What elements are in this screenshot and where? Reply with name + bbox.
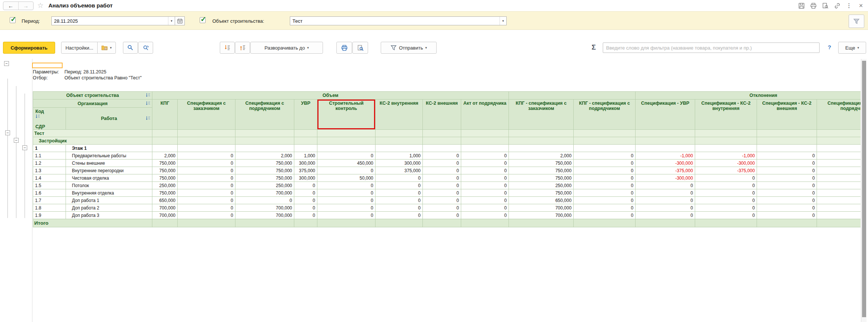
report-variants-button[interactable]: ▾ (97, 42, 116, 54)
cell[interactable] (817, 189, 861, 197)
sort-icon[interactable] (146, 93, 151, 98)
cell[interactable]: 0 (178, 204, 235, 212)
cell[interactable] (757, 145, 817, 152)
cell[interactable]: 0 (317, 197, 376, 204)
cell[interactable]: 0 (178, 212, 235, 219)
settings-button[interactable]: Настройки... (61, 42, 98, 54)
cell[interactable]: 0 (461, 204, 509, 212)
calendar-button[interactable] (175, 16, 185, 25)
column-header[interactable]: Спецификация с подрядчиком (235, 100, 294, 130)
cell[interactable]: 0 (178, 160, 235, 167)
cell[interactable]: 1,000 (294, 152, 317, 160)
cell[interactable]: 0 (636, 212, 695, 219)
period-dropdown-icon[interactable]: ▾ (168, 17, 175, 25)
cell[interactable]: Застройщик (33, 137, 152, 145)
cell[interactable] (695, 219, 757, 227)
cell[interactable] (235, 137, 294, 145)
cell[interactable]: 0 (636, 189, 695, 197)
cell[interactable] (757, 137, 817, 145)
cell[interactable]: 0 (757, 174, 817, 182)
cell[interactable]: 750,000 (235, 167, 294, 174)
cell[interactable]: 0 (695, 204, 757, 212)
column-header[interactable]: КС-2 внешняя (423, 100, 461, 130)
cell[interactable]: 2,000 (235, 152, 294, 160)
save-icon[interactable] (798, 2, 805, 9)
expand-rows-button[interactable] (235, 42, 250, 54)
cell[interactable]: 0 (757, 167, 817, 174)
cell[interactable] (509, 130, 574, 137)
cell[interactable] (461, 137, 509, 145)
cell[interactable]: Итого (33, 219, 152, 227)
cell[interactable] (235, 130, 294, 137)
cell[interactable] (423, 137, 461, 145)
cell[interactable]: 0 (235, 197, 294, 204)
cell[interactable]: Тест (33, 130, 152, 137)
cell[interactable]: 1.5 (33, 182, 66, 189)
cell[interactable]: -300,000 (695, 160, 757, 167)
cell[interactable]: 0 (423, 182, 461, 189)
cell[interactable] (294, 130, 317, 137)
cell[interactable]: 0 (376, 212, 423, 219)
cell[interactable] (376, 145, 423, 152)
cell[interactable]: 0 (376, 174, 423, 182)
cell[interactable]: 650,000 (509, 197, 574, 204)
sort-icon[interactable] (35, 114, 65, 119)
cell[interactable]: 0 (574, 189, 636, 197)
cell[interactable] (817, 167, 861, 174)
period-checkbox[interactable]: ✓ (10, 17, 16, 23)
cell[interactable]: 0 (376, 189, 423, 197)
cell[interactable]: 0 (178, 182, 235, 189)
cell[interactable] (461, 219, 509, 227)
print-button[interactable] (336, 42, 352, 54)
cell[interactable]: 650,000 (152, 197, 178, 204)
collapse-all-box-icon[interactable]: − (4, 61, 9, 66)
sort-icon[interactable] (146, 101, 151, 106)
cell[interactable]: 750,000 (152, 189, 178, 197)
cell[interactable]: 0 (294, 182, 317, 189)
cell[interactable]: Этаж 1 (66, 145, 152, 152)
cell[interactable] (817, 197, 861, 204)
cell[interactable]: 0 (574, 204, 636, 212)
cell[interactable] (509, 145, 574, 152)
cell[interactable]: -300,000 (636, 174, 695, 182)
header-deviation-group[interactable]: Отклонения (636, 92, 861, 100)
cell[interactable] (178, 137, 235, 145)
vertical-scrollbar[interactable] (861, 59, 867, 322)
header-org[interactable]: Организация (33, 100, 152, 108)
cell[interactable]: 0 (423, 212, 461, 219)
cell[interactable]: 0 (423, 197, 461, 204)
back-button[interactable]: ← (3, 2, 18, 10)
filter-value[interactable]: Объект строительства Равно "Тест" (64, 75, 142, 81)
cell[interactable] (817, 219, 861, 227)
cell[interactable]: 300,000 (376, 160, 423, 167)
cell[interactable]: 750,000 (235, 174, 294, 182)
cell[interactable]: 0 (757, 160, 817, 167)
cell[interactable]: 0 (636, 182, 695, 189)
cell[interactable]: Внутренняя отделка (66, 189, 152, 197)
cell[interactable]: 0 (574, 212, 636, 219)
cell[interactable]: 0 (376, 182, 423, 189)
cell[interactable] (636, 130, 695, 137)
cell[interactable] (152, 137, 178, 145)
cell[interactable]: 0 (636, 204, 695, 212)
column-header[interactable]: Акт от подрядчика (461, 100, 509, 130)
cell[interactable] (509, 219, 574, 227)
cell[interactable]: 0 (317, 152, 376, 160)
cell[interactable]: -375,000 (695, 167, 757, 174)
cell[interactable]: 1,000 (376, 152, 423, 160)
more-menu-icon[interactable]: ⋮ (846, 2, 852, 9)
cell[interactable]: 700,000 (152, 204, 178, 212)
cell[interactable] (178, 219, 235, 227)
cell[interactable] (636, 137, 695, 145)
cell[interactable]: 0 (461, 189, 509, 197)
cell[interactable] (376, 219, 423, 227)
column-header[interactable]: УВР (294, 100, 317, 130)
link-icon[interactable] (834, 2, 840, 9)
object-dropdown-icon[interactable]: ▾ (500, 17, 506, 25)
column-header[interactable]: КС-2 внутренняя (376, 100, 423, 130)
cell[interactable]: 700,000 (152, 212, 178, 219)
search-button[interactable] (123, 42, 138, 54)
cell[interactable] (376, 137, 423, 145)
cell[interactable] (695, 137, 757, 145)
cell[interactable]: 0 (695, 182, 757, 189)
